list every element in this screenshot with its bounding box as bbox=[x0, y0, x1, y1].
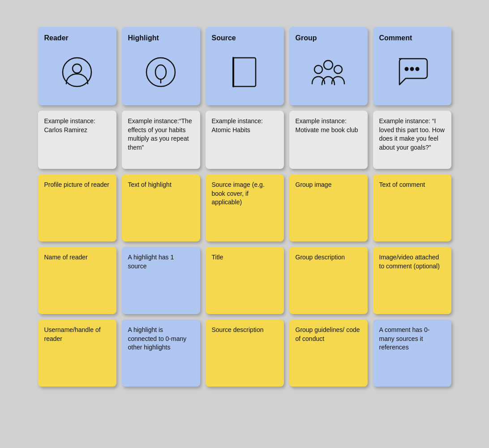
header-card-highlight: Highlight bbox=[122, 27, 200, 105]
reader-attr-2-text: Username/handle of reader bbox=[44, 326, 101, 342]
reader-icon bbox=[44, 45, 110, 99]
source-attr-2-text: Source description bbox=[212, 326, 264, 333]
comment-icon bbox=[379, 45, 445, 99]
attr-card-group-row0: Group image bbox=[289, 174, 368, 241]
attr-card-comment-row0: Text of comment bbox=[373, 174, 451, 241]
group-attr-0-text: Group image bbox=[296, 181, 332, 188]
svg-point-9 bbox=[334, 65, 342, 73]
header-card-group: Group bbox=[289, 27, 368, 105]
attr-card-comment-row1: Image/video attached to comment (optiona… bbox=[373, 247, 451, 314]
svg-point-11 bbox=[411, 67, 414, 70]
group-attr-2-text: Group guidelines/ code of conduct bbox=[296, 326, 360, 342]
main-grid: Reader Highlight Source Group Comment Ex… bbox=[38, 27, 451, 387]
attr-card-reader-row0: Profile picture of reader bbox=[38, 174, 116, 241]
header-card-reader: Reader bbox=[38, 27, 116, 105]
svg-point-7 bbox=[324, 60, 333, 69]
comment-attr-1-text: Image/video attached to comment (optiona… bbox=[379, 254, 440, 270]
source-example-text: Example instance: Atomic Habits bbox=[212, 117, 263, 134]
comment-example-text: Example instance: “I loved this part too… bbox=[379, 117, 445, 151]
svg-point-12 bbox=[416, 67, 419, 70]
comment-title: Comment bbox=[379, 33, 412, 43]
attr-card-source-row0: Source image (e.g. book cover, if applic… bbox=[206, 174, 284, 241]
comment-attr-2-text: A comment has 0-many sources it referenc… bbox=[379, 326, 430, 351]
comment-attr-0-text: Text of comment bbox=[379, 181, 425, 188]
group-attr-1-text: Group description bbox=[296, 254, 345, 261]
attr-card-comment-row2: A comment has 0-many sources it referenc… bbox=[373, 319, 451, 387]
svg-point-3 bbox=[155, 65, 166, 79]
highlight-attr-0-text: Text of highlight bbox=[128, 181, 172, 188]
attr-card-highlight-row2: A highlight is connected to 0-many other… bbox=[122, 319, 200, 387]
attr-card-source-row2: Source description bbox=[206, 319, 284, 387]
reader-attr-1-text: Name of reader bbox=[44, 254, 88, 261]
reader-title: Reader bbox=[44, 33, 69, 43]
source-attr-0-text: Source image (e.g. book cover, if applic… bbox=[212, 181, 265, 206]
example-card-highlight: Example instance:“The effects of your ha… bbox=[122, 111, 200, 169]
highlight-attr-2-text: A highlight is connected to 0-many other… bbox=[128, 326, 187, 351]
reader-attr-0-text: Profile picture of reader bbox=[44, 181, 110, 188]
example-card-source: Example instance: Atomic Habits bbox=[206, 111, 284, 169]
attr-card-group-row2: Group guidelines/ code of conduct bbox=[289, 319, 368, 387]
highlight-example-text: Example instance:“The effects of your ha… bbox=[128, 117, 192, 151]
attr-card-highlight-row0: Text of highlight bbox=[122, 174, 200, 241]
source-icon bbox=[212, 45, 278, 99]
highlight-icon bbox=[128, 45, 194, 99]
example-card-comment: Example instance: “I loved this part too… bbox=[373, 111, 451, 169]
source-attr-1-text: Title bbox=[212, 254, 223, 261]
header-card-comment: Comment bbox=[373, 27, 451, 105]
header-card-source: Source bbox=[206, 27, 284, 105]
attr-card-group-row1: Group description bbox=[289, 247, 368, 314]
svg-rect-5 bbox=[233, 58, 256, 86]
attr-card-highlight-row1: A highlight has 1 source bbox=[122, 247, 200, 314]
attr-card-reader-row2: Username/handle of reader bbox=[38, 319, 116, 387]
source-title: Source bbox=[212, 33, 236, 43]
example-card-group: Example instance: Motivate me book club bbox=[289, 111, 368, 169]
group-icon bbox=[296, 45, 361, 99]
group-title: Group bbox=[296, 33, 317, 43]
highlight-attr-1-text: A highlight has 1 source bbox=[128, 254, 174, 270]
svg-point-1 bbox=[73, 64, 82, 73]
attr-card-source-row1: Title bbox=[206, 247, 284, 314]
reader-example-text: Example instance: Carlos Ramirez bbox=[44, 117, 95, 134]
svg-point-8 bbox=[314, 65, 322, 73]
svg-point-0 bbox=[63, 58, 91, 86]
highlight-title: Highlight bbox=[128, 33, 159, 43]
attr-card-reader-row1: Name of reader bbox=[38, 247, 116, 314]
svg-point-10 bbox=[405, 67, 408, 70]
group-example-text: Example instance: Motivate me book club bbox=[296, 117, 358, 134]
example-card-reader: Example instance: Carlos Ramirez bbox=[38, 111, 116, 169]
